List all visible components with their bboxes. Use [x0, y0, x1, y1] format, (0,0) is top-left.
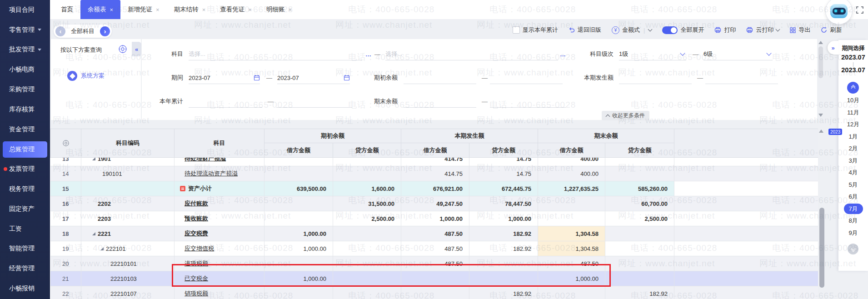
month-item-6[interactable]: 3月	[838, 155, 868, 167]
sidebar-item-2[interactable]: 零售管理	[0, 20, 50, 40]
sidebar-item-9[interactable]: 发票管理	[0, 159, 50, 179]
sidebar-item-14[interactable]: 经营管理	[0, 259, 50, 279]
close-icon[interactable]: ×	[288, 7, 292, 13]
table-row-22[interactable]: 2222210107销项税额182.92182.92	[50, 286, 818, 299]
breadcrumb-forward-icon[interactable]: ›	[100, 26, 110, 36]
account-name[interactable]: 预收账款	[185, 214, 208, 223]
level-from-select[interactable]: 1级	[619, 48, 686, 60]
expand-caret-icon[interactable]	[92, 158, 95, 160]
month-item-7[interactable]: 4月	[838, 167, 868, 179]
sidebar-item-8[interactable]: 总账管理	[3, 141, 47, 158]
opening-from-input[interactable]	[404, 72, 476, 84]
sidebar-item-13[interactable]: 智能管理	[0, 239, 50, 259]
months-scroll-up-icon[interactable]	[847, 82, 859, 94]
scheme-item-system[interactable]: 系统方案	[67, 71, 105, 81]
table-scroll-up-icon[interactable]	[819, 130, 823, 133]
fullscreen-icon[interactable]	[856, 6, 863, 14]
show-ytd-checkbox[interactable]	[513, 26, 520, 34]
account-name[interactable]: 待处理财产损溢	[185, 158, 226, 163]
period-to-input[interactable]: 2023-07	[277, 72, 350, 84]
tab-6[interactable]: 明细账×	[259, 0, 299, 19]
print-button[interactable]: 打印	[714, 26, 736, 34]
current-to-input[interactable]	[705, 72, 778, 84]
sidebar-item-11[interactable]: 固定资产	[0, 199, 50, 219]
account-name[interactable]: 应交税费	[185, 229, 208, 238]
tab-5[interactable]: 查看凭证×	[213, 0, 259, 19]
month-item-11[interactable]: 8月	[838, 215, 868, 227]
subject-to-picker-icon[interactable]: …	[560, 48, 566, 60]
month-item-9[interactable]: 6月	[838, 191, 868, 203]
close-icon[interactable]: ×	[156, 7, 160, 13]
period-from-input[interactable]: 2023-07	[189, 72, 260, 84]
table-row-18[interactable]: 182221应交税费1,000.00487.50182.921,304.58	[50, 226, 818, 241]
calendar-icon[interactable]	[254, 75, 260, 81]
ytd-to-input[interactable]	[276, 95, 352, 108]
month-item-1[interactable]: 10月	[838, 95, 868, 107]
sidebar-item-4[interactable]: 小畅电商	[0, 60, 50, 80]
subject-to-input[interactable]: 选择...	[385, 48, 558, 60]
table-row-20[interactable]: 2022210101进项税额487.50487.50	[50, 256, 818, 271]
month-item-8[interactable]: 5月	[838, 179, 868, 191]
amount-style-button[interactable]: ¥ 金额式 |	[612, 26, 652, 34]
table-row-17[interactable]: 172203预收账款2,500.001,000.001,000.002,500.…	[50, 211, 818, 226]
sidebar-item-1[interactable]: 项目合同	[0, 0, 50, 20]
filter-scroll-down-icon[interactable]	[818, 114, 823, 117]
month-item-5[interactable]: 2月	[838, 143, 868, 155]
assistant-avatar[interactable]	[825, 0, 853, 25]
table-row-14[interactable]: 14190101待处理流动资产损溢414.7514.75400.00	[50, 166, 818, 181]
month-item-4[interactable]: 1月	[838, 131, 868, 143]
account-name[interactable]: 应交增值税	[185, 244, 214, 253]
filter-scrollbar-thumb[interactable]	[818, 46, 823, 78]
chevron-down-icon[interactable]	[648, 27, 653, 31]
cloud-print-button[interactable]: 云打印	[746, 26, 779, 34]
expand-caret-icon[interactable]	[100, 247, 104, 250]
collapse-more-conditions-button[interactable]: 收起更多条件	[602, 111, 649, 120]
calendar-icon[interactable]	[344, 75, 350, 81]
sidebar-item-12[interactable]: 工资	[0, 219, 50, 239]
tab-4[interactable]: 期末结转×	[167, 0, 213, 19]
back-old-version-button[interactable]: 退回旧版	[569, 26, 601, 34]
account-name[interactable]: 应付账款	[185, 199, 208, 208]
expand-caret-icon[interactable]	[92, 232, 95, 235]
subject-from-picker-icon[interactable]: …	[365, 48, 372, 60]
month-item-3[interactable]: 12月	[838, 119, 868, 131]
tab-2[interactable]: 余额表×	[80, 0, 120, 19]
expand-all-toggle-group[interactable]: 全部展开	[662, 26, 704, 34]
table-scrollbar-thumb[interactable]	[819, 208, 824, 288]
breadcrumb-back-icon[interactable]: ‹	[55, 26, 65, 36]
show-ytd-option[interactable]: 显示本年累计	[513, 26, 558, 34]
table-row-13[interactable]: 131901待处理财产损溢414.7514.75400.00	[50, 158, 818, 166]
sidebar-item-3[interactable]: 批发管理	[0, 40, 50, 60]
ytd-from-input[interactable]	[189, 95, 262, 108]
close-icon[interactable]: ×	[248, 7, 252, 13]
tab-1[interactable]: 首页	[54, 0, 80, 19]
table-row-19[interactable]: 19222101应交增值税1,000.00487.50182.921,304.5…	[50, 241, 818, 256]
month-item-12[interactable]: 9月	[838, 227, 868, 239]
collapse-left-panel-icon[interactable]: «	[132, 42, 141, 56]
close-icon[interactable]: ×	[110, 7, 114, 13]
sidebar-item-6[interactable]: 库存核算	[0, 100, 50, 120]
table-settings-gear[interactable]	[50, 129, 81, 158]
current-from-input[interactable]	[619, 72, 692, 84]
chevron-down-icon[interactable]	[776, 27, 780, 31]
sidebar-item-5[interactable]: 采购管理	[0, 80, 50, 100]
sidebar-item-15[interactable]: 小畅报销	[0, 279, 50, 299]
table-row-21[interactable]: 2122210103已交税金1,000.001,000.00	[50, 271, 818, 286]
table-row-16[interactable]: 162202应付账款31,500.0049,247.5078,447.5060,…	[50, 196, 818, 211]
table-row-15[interactable]: 15资产小计639,500.001,600.00676,921.00672,44…	[50, 181, 818, 196]
subject-from-input[interactable]: 选择...	[189, 48, 362, 60]
expand-all-toggle[interactable]	[662, 26, 678, 34]
closing-to-input[interactable]	[490, 95, 566, 108]
collapse-period-panel-icon[interactable]: »	[828, 41, 838, 55]
sidebar-item-7[interactable]: 资金管理	[0, 120, 50, 140]
sidebar-item-10[interactable]: 税务管理	[0, 179, 50, 199]
tab-3[interactable]: 新增凭证×	[120, 0, 167, 19]
filter-scroll-up-icon[interactable]	[818, 41, 823, 44]
refresh-button[interactable]: 刷新	[821, 26, 842, 34]
closing-from-input[interactable]	[404, 95, 476, 108]
export-button[interactable]: 导出	[790, 26, 810, 34]
account-name[interactable]: 进项税额	[185, 259, 208, 268]
gear-icon[interactable]	[118, 45, 127, 54]
account-name[interactable]: 已交税金	[185, 274, 208, 283]
level-to-select[interactable]: 6级	[703, 48, 773, 60]
